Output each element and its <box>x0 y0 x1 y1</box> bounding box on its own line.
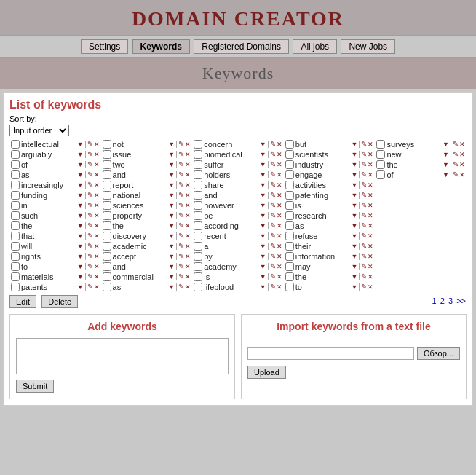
shield-icon[interactable]: ▼ <box>351 213 357 219</box>
edit-icon[interactable]: ✎ <box>87 161 93 168</box>
delete-icon[interactable]: ✕ <box>185 192 191 199</box>
edit-icon[interactable]: ✎ <box>453 151 459 158</box>
edit-icon[interactable]: ✎ <box>178 171 184 178</box>
delete-icon[interactable]: ✕ <box>277 254 282 260</box>
keyword-checkbox[interactable] <box>285 221 294 230</box>
keyword-checkbox[interactable] <box>285 150 294 159</box>
keyword-checkbox[interactable] <box>103 221 111 230</box>
delete-icon[interactable]: ✕ <box>368 223 373 229</box>
shield-icon[interactable]: ▼ <box>351 264 357 270</box>
edit-icon[interactable]: ✎ <box>178 202 184 209</box>
delete-icon[interactable]: ✕ <box>368 264 373 270</box>
delete-icon[interactable]: ✕ <box>94 141 100 148</box>
nav-registered-domains[interactable]: Registered Domains <box>194 39 289 54</box>
keyword-checkbox[interactable] <box>194 170 202 179</box>
shield-icon[interactable]: ▼ <box>351 141 357 148</box>
shield-icon[interactable]: ▼ <box>77 223 84 229</box>
delete-icon[interactable]: ✕ <box>368 243 373 250</box>
keyword-checkbox[interactable] <box>285 232 294 240</box>
keyword-checkbox[interactable] <box>11 160 20 169</box>
submit-button[interactable]: Submit <box>16 380 54 393</box>
edit-icon[interactable]: ✎ <box>87 222 93 229</box>
edit-icon[interactable]: ✎ <box>361 283 367 291</box>
shield-icon[interactable]: ▼ <box>77 192 84 199</box>
keyword-checkbox[interactable] <box>285 181 294 189</box>
edit-icon[interactable]: ✎ <box>270 171 276 178</box>
shield-icon[interactable]: ▼ <box>168 284 175 291</box>
delete-icon[interactable]: ✕ <box>368 192 373 199</box>
edit-icon[interactable]: ✎ <box>453 171 459 178</box>
shield-icon[interactable]: ▼ <box>351 203 357 209</box>
shield-icon[interactable]: ▼ <box>168 213 175 219</box>
edit-icon[interactable]: ✎ <box>87 232 93 240</box>
delete-icon[interactable]: ✕ <box>277 152 282 158</box>
edit-icon[interactable]: ✎ <box>361 232 367 240</box>
keyword-checkbox[interactable] <box>11 283 20 291</box>
delete-icon[interactable]: ✕ <box>368 284 373 291</box>
delete-icon[interactable]: ✕ <box>277 233 282 240</box>
keyword-checkbox[interactable] <box>285 262 294 271</box>
keyword-checkbox[interactable] <box>285 242 294 251</box>
edit-icon[interactable]: ✎ <box>178 212 184 219</box>
delete-icon[interactable]: ✕ <box>94 264 100 270</box>
edit-icon[interactable]: ✎ <box>87 283 93 291</box>
delete-icon[interactable]: ✕ <box>185 162 191 168</box>
delete-icon[interactable]: ✕ <box>185 243 191 250</box>
delete-icon[interactable]: ✕ <box>185 172 191 178</box>
keyword-checkbox[interactable] <box>194 150 202 159</box>
edit-icon[interactable]: ✎ <box>87 141 93 148</box>
keyword-checkbox[interactable] <box>103 170 111 179</box>
shield-icon[interactable]: ▼ <box>443 141 449 148</box>
edit-icon[interactable]: ✎ <box>270 151 276 158</box>
keyword-checkbox[interactable] <box>285 191 294 200</box>
edit-button[interactable]: Edit <box>9 295 36 308</box>
shield-icon[interactable]: ▼ <box>351 284 357 291</box>
delete-icon[interactable]: ✕ <box>277 182 282 189</box>
edit-icon[interactable]: ✎ <box>361 222 367 229</box>
shield-icon[interactable]: ▼ <box>77 152 84 158</box>
keyword-checkbox[interactable] <box>194 232 202 240</box>
delete-icon[interactable]: ✕ <box>185 233 191 240</box>
shield-icon[interactable]: ▼ <box>260 172 266 178</box>
keyword-checkbox[interactable] <box>103 242 111 251</box>
keyword-checkbox[interactable] <box>194 181 202 189</box>
delete-icon[interactable]: ✕ <box>277 213 282 219</box>
edit-icon[interactable]: ✎ <box>270 212 276 219</box>
import-file-input[interactable] <box>247 347 414 360</box>
edit-icon[interactable]: ✎ <box>270 192 276 199</box>
delete-icon[interactable]: ✕ <box>185 152 191 158</box>
keyword-checkbox[interactable] <box>11 221 20 230</box>
delete-icon[interactable]: ✕ <box>459 172 465 178</box>
shield-icon[interactable]: ▼ <box>168 243 175 250</box>
edit-icon[interactable]: ✎ <box>178 141 184 148</box>
edit-icon[interactable]: ✎ <box>178 273 184 280</box>
edit-icon[interactable]: ✎ <box>87 243 93 250</box>
delete-icon[interactable]: ✕ <box>277 274 282 280</box>
edit-icon[interactable]: ✎ <box>361 243 367 250</box>
shield-icon[interactable]: ▼ <box>260 152 266 158</box>
edit-icon[interactable]: ✎ <box>361 141 367 148</box>
nav-new-jobs[interactable]: New Jobs <box>341 39 395 54</box>
edit-icon[interactable]: ✎ <box>87 263 93 270</box>
keyword-checkbox[interactable] <box>194 201 202 210</box>
keyword-checkbox[interactable] <box>11 211 20 220</box>
shield-icon[interactable]: ▼ <box>77 182 84 189</box>
delete-icon[interactable]: ✕ <box>94 162 100 168</box>
shield-icon[interactable]: ▼ <box>168 192 175 199</box>
keyword-checkbox[interactable] <box>285 211 294 220</box>
delete-icon[interactable]: ✕ <box>368 162 373 168</box>
shield-icon[interactable]: ▼ <box>168 162 175 168</box>
keyword-checkbox[interactable] <box>103 262 111 271</box>
page-2-link[interactable]: 2 <box>440 297 445 305</box>
keyword-checkbox[interactable] <box>194 211 202 220</box>
edit-icon[interactable]: ✎ <box>270 202 276 209</box>
delete-icon[interactable]: ✕ <box>94 152 100 158</box>
shield-icon[interactable]: ▼ <box>77 284 84 291</box>
keyword-checkbox[interactable] <box>194 242 202 251</box>
keyword-checkbox[interactable] <box>11 201 20 210</box>
shield-icon[interactable]: ▼ <box>260 192 266 199</box>
shield-icon[interactable]: ▼ <box>77 274 84 280</box>
edit-icon[interactable]: ✎ <box>178 253 184 260</box>
delete-icon[interactable]: ✕ <box>277 162 282 168</box>
shield-icon[interactable]: ▼ <box>443 162 449 168</box>
